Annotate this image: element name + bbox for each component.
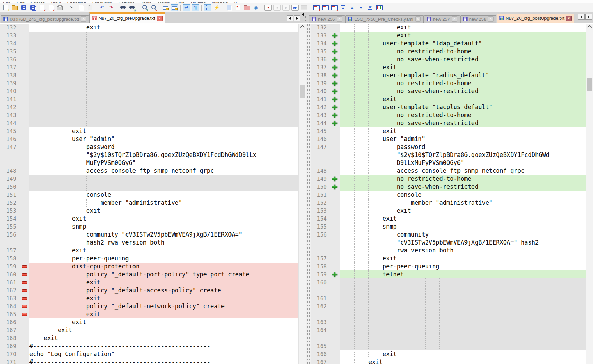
code-text[interactable] (340, 286, 586, 294)
code-line[interactable]: 154 exit (311, 215, 586, 223)
code-line[interactable]: 164 policy "_default-network-policy" cre… (0, 302, 298, 310)
code-line[interactable]: 154 exit (0, 215, 298, 223)
code-text[interactable]: exit (29, 207, 298, 215)
code-line[interactable] (311, 310, 586, 318)
code-line[interactable]: 161 (311, 294, 586, 302)
code-text[interactable]: no restricted-to-home (340, 175, 586, 183)
code-text[interactable]: exit (29, 127, 298, 135)
code-text[interactable]: no save-when-restricted (340, 183, 586, 191)
left-scrollbar-thumb[interactable] (300, 85, 305, 98)
code-line[interactable]: 143 no restricted-to-home (311, 111, 586, 119)
code-text[interactable]: exit (29, 326, 298, 334)
code-line[interactable]: 139 no restricted-to-home (311, 79, 586, 87)
compare-nav-bar-button[interactable] (375, 4, 383, 11)
left-pane-scrollbar[interactable] (298, 24, 306, 364)
code-text[interactable] (29, 87, 298, 95)
code-text[interactable]: #---------------------------------------… (29, 342, 298, 350)
code-text[interactable] (29, 71, 298, 79)
code-text[interactable] (29, 175, 298, 183)
code-text[interactable]: no restricted-to-home (340, 47, 586, 55)
code-text[interactable] (340, 334, 586, 342)
code-text[interactable]: per-peer-queuing (340, 263, 586, 270)
code-line[interactable]: 155 snmp (0, 223, 298, 231)
close-icon[interactable]: × (566, 16, 572, 21)
code-line[interactable]: 167 exit (311, 358, 586, 364)
code-text[interactable]: access console ftp snmp netconf grpc (29, 167, 298, 175)
code-text[interactable]: exit (340, 95, 586, 103)
menu-item-language[interactable]: Language (89, 0, 115, 3)
code-line[interactable]: 138 (0, 71, 298, 79)
menu-item-window[interactable]: Window (209, 0, 231, 3)
code-line[interactable]: 165 exit (0, 310, 298, 318)
code-line[interactable]: 155 snmp (311, 223, 586, 231)
code-line[interactable]: MuFyPVSm0OGy6" (0, 159, 298, 167)
code-line[interactable]: 168 exit (0, 334, 298, 342)
code-text[interactable] (340, 278, 586, 286)
close-icon[interactable]: × (337, 16, 342, 22)
code-line[interactable]: 149 (0, 175, 298, 183)
new-file-button[interactable]: + (2, 4, 9, 11)
right-scrollbar-thumb[interactable] (587, 78, 592, 91)
code-text[interactable]: rwa version both (340, 247, 586, 255)
scroll-up-arrow-icon[interactable] (587, 25, 592, 29)
menu-item-tools[interactable]: Tools (138, 0, 155, 3)
code-text[interactable]: exit (340, 127, 586, 135)
code-text[interactable]: policy "_default-network-policy" create (29, 302, 298, 310)
code-line[interactable]: 132 exit (0, 24, 298, 32)
code-text[interactable]: telnet (340, 270, 586, 278)
tab-n87-20-cfg-postupgrade-txt[interactable]: N87_20_cfg_postUpgrade.txt× (497, 14, 574, 23)
tab-bar-grip-handle[interactable] (305, 16, 307, 21)
code-text[interactable]: user "admin" (340, 135, 586, 143)
word-wrap-button[interactable]: ↵ (183, 4, 190, 11)
show-all-characters-button[interactable]: ¶ (192, 4, 199, 11)
code-text[interactable]: exit (29, 215, 298, 223)
close-icon[interactable]: × (157, 16, 163, 21)
code-line[interactable]: 166 exit (311, 350, 586, 358)
code-text[interactable]: console (29, 191, 298, 199)
code-line[interactable]: 171#------------------------------------… (0, 358, 298, 364)
code-line[interactable]: 157 exit (0, 247, 298, 255)
code-line[interactable]: 150 (0, 183, 298, 191)
code-text[interactable] (29, 111, 298, 119)
tab-scroll-left-button-far[interactable] (578, 14, 585, 20)
close-icon[interactable]: × (415, 16, 421, 22)
code-text[interactable]: console (340, 191, 586, 199)
tab-n87-20-cfg-preupgrade-txt[interactable]: N87_20_cfg_preUpgrade.txt× (89, 12, 165, 23)
code-text[interactable]: MuFyPVSm0OGy6" (29, 159, 298, 167)
code-line[interactable]: 134 user-template "ldap_default" (311, 39, 586, 47)
code-text[interactable] (340, 326, 586, 334)
macro-run-multiple-button[interactable]: ▶▶ (291, 4, 299, 11)
menu-item-run[interactable]: Run (173, 0, 188, 3)
code-line[interactable]: 148 access console ftp snmp netconf grpc (0, 167, 298, 175)
code-text[interactable]: member "administrative" (340, 199, 586, 207)
code-text[interactable] (29, 183, 298, 191)
code-text[interactable]: snmp (29, 223, 298, 231)
code-text[interactable]: exit (340, 215, 586, 223)
code-text[interactable] (340, 302, 586, 310)
code-text[interactable]: snmp (340, 223, 586, 231)
code-text[interactable] (29, 47, 298, 55)
copy-button[interactable] (77, 4, 85, 11)
code-line[interactable]: 146 user "admin" (0, 135, 298, 143)
code-text[interactable] (29, 95, 298, 103)
code-text[interactable] (340, 310, 586, 318)
sync-vertical-scroll-button[interactable] (162, 4, 169, 11)
code-line[interactable]: 149 no restricted-to-home (311, 175, 586, 183)
save-button[interactable] (20, 4, 27, 11)
code-line[interactable]: 140 no save-when-restricted (311, 87, 586, 95)
tab-new-257[interactable]: new 257× (424, 15, 460, 23)
compare-button[interactable] (321, 4, 329, 11)
prev-diff-button[interactable]: ▲ (348, 4, 356, 11)
code-line[interactable]: "$2y$10$TQrZlpBDra86.qoexZUzQeBXDY1FcdDh… (311, 151, 586, 159)
close-all-button[interactable]: × (47, 4, 54, 11)
code-line[interactable]: 145 exit (311, 127, 586, 135)
code-line[interactable]: "$2y$10$TQrZlpBDra86.qoexZUzQeBXDY1FcdDh… (0, 151, 298, 159)
menu-item-[interactable]: ? (231, 0, 240, 3)
code-line[interactable]: 163 (311, 318, 586, 326)
code-line[interactable]: "cV3ISTw2V5pbEWmVEA9jXgB/1EERXQA=" hash2 (311, 239, 586, 247)
code-text[interactable]: exit (340, 24, 586, 32)
menu-item-view[interactable]: View (48, 0, 64, 3)
code-text[interactable]: community (340, 231, 586, 239)
menu-item-edit[interactable]: Edit (14, 0, 27, 3)
code-text[interactable] (29, 119, 298, 127)
